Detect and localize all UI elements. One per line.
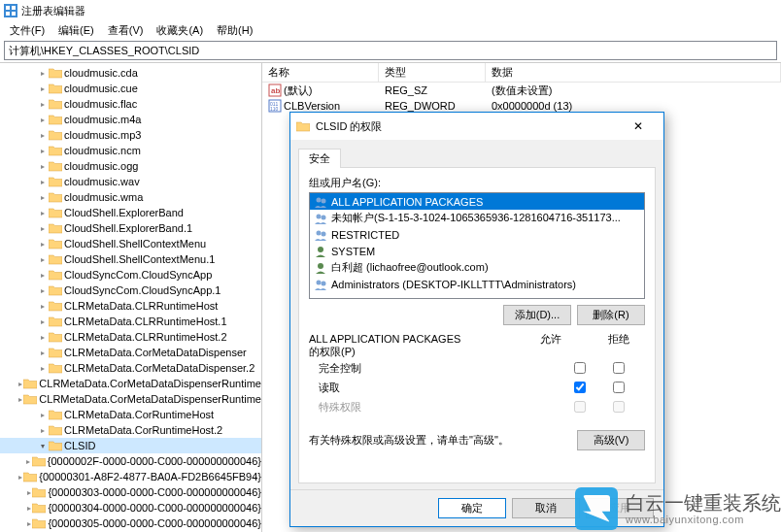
tree-item-label: cloudmusic.wma (64, 191, 143, 203)
expander-icon[interactable] (37, 270, 48, 281)
expander-icon[interactable] (37, 425, 48, 436)
expander-icon[interactable] (37, 115, 48, 125)
tree-item[interactable]: cloudmusic.cda (0, 65, 261, 81)
tree-item[interactable]: CLRMetaData.CorMetaDataDispenser (0, 345, 261, 360)
expander-icon[interactable] (37, 332, 48, 343)
group-item[interactable]: RESTRICTED (310, 226, 644, 243)
tree-item[interactable]: CLRMetaData.CLRRuntimeHost.1 (0, 314, 261, 329)
tree-item[interactable]: {0000002F-0000-0000-C000-000000000046} (0, 453, 261, 469)
tree-item[interactable]: CLRMetaData.CorRuntimeHost.2 (0, 422, 261, 438)
tree-item[interactable]: CLRMetaData.CLRRuntimeHost (0, 298, 261, 314)
tree-item[interactable]: CLRMetaData.CorMetaDataDispenser.2 (0, 360, 261, 376)
folder-icon (23, 378, 37, 389)
deny-checkbox (613, 401, 625, 413)
tree-item[interactable]: CLRMetaData.CorRuntimeHost (0, 407, 261, 422)
group-item[interactable]: ALL APPLICATION PACKAGES (310, 193, 644, 210)
expander-icon[interactable] (37, 239, 48, 249)
tree-item[interactable]: CloudShell.ExplorerBand (0, 205, 261, 220)
tree-item[interactable]: CLRMetaData.CLRRuntimeHost.2 (0, 329, 261, 345)
tree-item[interactable]: CLRMetaData.CorMetaDataDispenserRuntime (0, 391, 261, 407)
folder-icon (49, 409, 62, 420)
ok-button[interactable]: 确定 (438, 498, 506, 518)
column-data[interactable]: 数据 (486, 63, 781, 82)
group-item[interactable]: SYSTEM (310, 243, 644, 259)
tree-item[interactable]: CloudShell.ShellContextMenu.1 (0, 251, 261, 267)
allow-checkbox[interactable] (574, 362, 586, 374)
group-item[interactable]: Administrators (DESKTOP-IKLLTTT\Administ… (310, 276, 644, 292)
allow-checkbox[interactable] (574, 382, 586, 393)
menu-file[interactable]: 文件(F) (4, 22, 51, 39)
tree-item[interactable]: {00000303-0000-0000-C000-000000000046} (0, 484, 261, 500)
tree-item[interactable]: CLRMetaData.CorMetaDataDispenserRuntime (0, 376, 261, 391)
tree-item[interactable]: {00000301-A8F2-4877-BA0A-FD2B6645FB94} (0, 469, 261, 484)
tree-item[interactable]: cloudmusic.m4a (0, 112, 261, 127)
group-list[interactable]: ALL APPLICATION PACKAGES未知帐户(S-1-15-3-10… (309, 192, 645, 299)
expander-icon[interactable] (37, 208, 48, 218)
folder-icon (49, 207, 62, 218)
tab-security[interactable]: 安全 (298, 149, 341, 168)
tree-item[interactable]: cloudmusic.flac (0, 96, 261, 112)
expander-icon[interactable] (37, 254, 48, 265)
menu-help[interactable]: 帮助(H) (211, 22, 258, 39)
expander-icon[interactable] (37, 146, 48, 156)
tree-item[interactable]: CloudShell.ShellContextMenu (0, 236, 261, 251)
expander-icon[interactable] (26, 518, 31, 529)
add-button[interactable]: 添加(D)... (503, 305, 571, 325)
menu-view[interactable]: 查看(V) (102, 22, 150, 39)
address-bar[interactable]: 计算机\HKEY_CLASSES_ROOT\CLSID (4, 41, 777, 60)
deny-checkbox[interactable] (613, 362, 625, 374)
tree-item[interactable]: cloudmusic.mp3 (0, 127, 261, 143)
tree-item[interactable]: CloudSyncCom.CloudSyncApp.1 (0, 283, 261, 298)
tree-item[interactable]: cloudmusic.cue (0, 81, 261, 96)
list-row[interactable]: (默认)REG_SZ(数值未设置) (262, 83, 781, 98)
expander-icon[interactable] (18, 379, 23, 389)
expander-icon[interactable] (37, 301, 48, 312)
apply-button[interactable]: 应用 (586, 498, 654, 518)
expander-icon[interactable] (26, 487, 31, 498)
column-type[interactable]: 类型 (379, 63, 486, 82)
expander-icon[interactable] (26, 456, 31, 467)
expander-icon[interactable] (26, 503, 31, 514)
expander-icon[interactable] (18, 472, 22, 482)
tree-item-label: CLRMetaData.CLRRuntimeHost.2 (64, 331, 227, 343)
expander-icon[interactable] (37, 223, 48, 234)
expander-icon[interactable] (37, 410, 48, 420)
tree-item[interactable]: CloudShell.ExplorerBand.1 (0, 220, 261, 236)
group-item[interactable]: 白利超 (lichaofree@outlook.com) (310, 259, 644, 276)
tree-item[interactable]: CLSID (0, 438, 261, 453)
dialog-titlebar[interactable]: CLSID 的权限 ✕ (290, 113, 663, 140)
deny-checkbox[interactable] (613, 382, 625, 393)
tree-item[interactable]: {00000305-0000-0000-C000-000000000046} (0, 515, 261, 531)
expander-icon[interactable] (37, 363, 48, 374)
expander-icon[interactable] (37, 316, 48, 327)
expander-icon[interactable] (18, 394, 23, 405)
expander-icon[interactable] (37, 83, 48, 94)
remove-button[interactable]: 删除(R) (577, 305, 645, 325)
expander-icon[interactable] (37, 99, 48, 110)
expander-icon[interactable] (37, 285, 48, 296)
expander-icon[interactable] (37, 348, 48, 358)
tree-item[interactable]: cloudmusic.wma (0, 189, 261, 205)
folder-icon (296, 120, 310, 132)
expander-icon[interactable] (37, 192, 48, 203)
tree-item[interactable]: cloudmusic.ncm (0, 143, 261, 158)
tree-item[interactable]: CloudSyncCom.CloudSyncApp (0, 267, 261, 283)
tree-item[interactable]: {00000304-0000-0000-C000-000000000046} (0, 500, 261, 515)
expander-icon[interactable] (37, 68, 48, 79)
tree-item[interactable]: cloudmusic.ogg (0, 158, 261, 174)
advanced-button[interactable]: 高级(V) (577, 430, 645, 450)
column-name[interactable]: 名称 (262, 63, 379, 82)
cancel-button[interactable]: 取消 (512, 498, 580, 518)
tree-pane[interactable]: cloudmusic.cdacloudmusic.cuecloudmusic.f… (0, 63, 262, 532)
group-icon (314, 195, 327, 209)
group-item[interactable]: 未知帐户(S-1-15-3-1024-1065365936-1281604716… (310, 210, 644, 226)
expander-icon[interactable] (37, 161, 48, 172)
expander-icon[interactable] (37, 441, 48, 451)
tree-item[interactable]: cloudmusic.wav (0, 174, 261, 189)
menu-edit[interactable]: 编辑(E) (52, 22, 100, 39)
expander-icon[interactable] (37, 177, 48, 187)
menu-favorites[interactable]: 收藏夹(A) (151, 22, 209, 39)
close-button[interactable]: ✕ (619, 116, 658, 136)
tree-item-label: cloudmusic.ogg (64, 160, 138, 172)
expander-icon[interactable] (37, 130, 48, 141)
